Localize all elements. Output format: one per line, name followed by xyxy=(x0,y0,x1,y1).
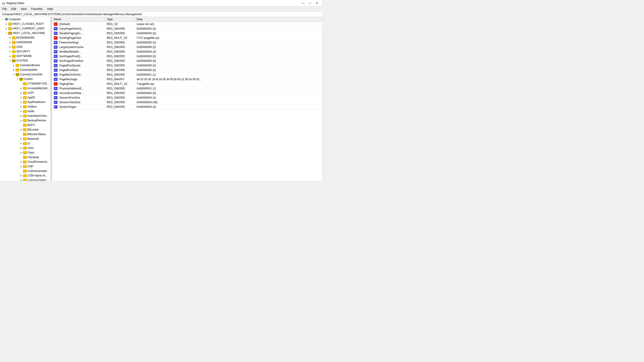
expand-arrow-icon[interactable]: ▶ xyxy=(19,128,23,131)
minimize-button[interactable]: — xyxy=(300,1,306,5)
col-header-data[interactable]: Data xyxy=(135,17,322,21)
maximize-button[interactable]: □ xyxy=(307,1,313,5)
col-header-name[interactable]: Name xyxy=(52,17,105,21)
table-row[interactable]: 01ModifiedWriteM...REG_DWORD0x00000004 (… xyxy=(52,49,322,54)
table-row[interactable]: 01NonPagedPoolSizeREG_DWORD0x00000000 (0… xyxy=(52,59,322,63)
table-row[interactable]: 01ClearPageFileAtS...REG_DWORD0x00000000… xyxy=(52,26,322,31)
expand-arrow-icon[interactable]: ▼ xyxy=(16,77,19,81)
menu-item-file[interactable]: File xyxy=(0,6,9,11)
table-row[interactable]: 01SystemPagesREG_DWORD0x00000000 (0) xyxy=(52,105,322,109)
expand-arrow-icon[interactable]: ▶ xyxy=(19,174,23,177)
table-row[interactable]: 01PhysicalAddressE...REG_DWORD0x00000001… xyxy=(52,86,322,91)
close-button[interactable]: ✕ xyxy=(314,1,320,5)
table-row[interactable]: 01DisablePagingEx...REG_DWORD0x00000000 … xyxy=(52,31,322,36)
expand-arrow-icon[interactable]: ▼ xyxy=(12,73,16,76)
table-row[interactable]: 01NonPagedPoolQ...REG_DWORD0x00000000 (0… xyxy=(52,54,322,59)
tree-item[interactable]: ▶AccessibilitySett... xyxy=(0,86,50,90)
expand-arrow-icon[interactable] xyxy=(19,82,23,85)
table-row[interactable]: 01SessionPoolSizeREG_DWORD0x00000004 (4) xyxy=(52,95,322,100)
tree-item[interactable]: ▶ACPI xyxy=(0,90,50,95)
tree-item[interactable]: ▼CurrentControlSet xyxy=(0,72,50,77)
table-row[interactable]: 01PagedPoolSizeREG_DWORD0x00000000 (0) xyxy=(52,68,322,72)
tree-item[interactable]: ▶BitLocker xyxy=(0,127,50,132)
tree-item[interactable]: ▶Class xyxy=(0,150,50,155)
expand-arrow-icon[interactable]: ▼ xyxy=(1,17,4,21)
tree-item[interactable]: ▶SAM xyxy=(0,44,50,49)
expand-arrow-icon[interactable]: ▼ xyxy=(8,59,12,62)
tree-item[interactable]: ▶Audio xyxy=(0,109,50,113)
table-row[interactable]: abPagingFilesREG_MULTI_SZ?:\pagefile.sys xyxy=(52,82,322,86)
expand-arrow-icon[interactable] xyxy=(19,155,23,159)
tree-item[interactable]: BGFX xyxy=(0,123,50,127)
tree-item[interactable]: ▶AppReadiness xyxy=(0,100,50,104)
tree-item[interactable]: ▼Control xyxy=(0,77,50,81)
expand-arrow-icon[interactable] xyxy=(19,132,23,136)
tree-item[interactable]: ▶COM Name Ar... xyxy=(0,173,50,178)
menu-item-view[interactable]: View xyxy=(18,6,29,11)
expand-arrow-icon[interactable]: ▶ xyxy=(19,91,23,95)
tree-item[interactable]: ▶HKEY_CLASSES_ROOT xyxy=(0,21,50,26)
tree-item[interactable]: BitlockerStatus xyxy=(0,132,50,136)
menu-item-favorites[interactable]: Favorites xyxy=(29,6,45,11)
tree-item[interactable]: Classpnp xyxy=(0,155,50,159)
tree-item[interactable]: ▶HKEY_CURRENT_USER xyxy=(0,26,50,31)
tree-item[interactable]: CoDeviceInstall... xyxy=(0,169,50,173)
expand-arrow-icon[interactable]: ▶ xyxy=(19,137,23,141)
tree-item[interactable]: ▶CloudDomainJo... xyxy=(0,159,50,164)
table-row[interactable]: 01PagefileUsageREG_BINARYa9 02 00 00 18 … xyxy=(52,77,322,82)
table-row[interactable]: 01SessionViewSizeREG_DWORD0x00000030 (48… xyxy=(52,100,322,105)
tree-item[interactable]: ▶Bluetooth xyxy=(0,136,50,141)
expand-arrow-icon[interactable]: ▶ xyxy=(19,165,23,168)
tree-item[interactable]: ▶CMF xyxy=(0,164,50,169)
table-row[interactable]: 01PagedPoolQuotaREG_DWORD0x00000000 (0) xyxy=(52,63,322,68)
expand-arrow-icon[interactable]: ▶ xyxy=(19,160,23,164)
tree-panel[interactable]: ▼💻Computer▶HKEY_CLASSES_ROOT▶HKEY_CURREN… xyxy=(0,17,50,181)
tree-item[interactable]: ▶ActivationBroker xyxy=(0,63,50,67)
tree-item[interactable]: ▶HARDWARE xyxy=(0,40,50,44)
expand-arrow-icon[interactable]: ▶ xyxy=(8,50,12,53)
tree-item[interactable]: ▶CI xyxy=(0,141,50,146)
expand-arrow-icon[interactable]: ▼ xyxy=(4,31,8,35)
tree-item[interactable]: ▶BCD00000000 xyxy=(0,35,50,40)
expand-arrow-icon[interactable]: ▶ xyxy=(19,119,23,122)
table-row[interactable]: 01LargeSystemCacheREG_DWORD0x00000000 (0… xyxy=(52,45,322,49)
expand-arrow-icon[interactable]: ▶ xyxy=(19,96,23,99)
expand-arrow-icon[interactable]: ▶ xyxy=(19,146,23,150)
expand-arrow-icon[interactable]: ▶ xyxy=(19,105,23,108)
expand-arrow-icon[interactable]: ▶ xyxy=(8,54,12,58)
tree-item[interactable]: ▶Citrix xyxy=(0,146,50,150)
tree-item[interactable]: ▶CommonGlobU... xyxy=(0,178,50,181)
expand-arrow-icon[interactable]: ▶ xyxy=(8,36,12,39)
expand-arrow-icon[interactable]: ▶ xyxy=(19,178,23,181)
tree-item[interactable]: ▶SECURITY xyxy=(0,49,50,54)
expand-arrow-icon[interactable]: ▶ xyxy=(19,142,23,145)
expand-arrow-icon[interactable]: ▶ xyxy=(19,151,23,154)
expand-arrow-icon[interactable]: ▶ xyxy=(8,45,12,49)
tree-item[interactable]: ▼HKEY_LOCAL_MACHINE xyxy=(0,31,50,35)
table-row[interactable]: 01SecondLevelData...REG_DWORD0x00000000 … xyxy=(52,91,322,95)
menu-item-edit[interactable]: Edit xyxy=(9,6,18,11)
tree-item[interactable]: ▶AutoAttachVirtu... xyxy=(0,113,50,118)
table-row[interactable]: 01PagefileOnOsVol...REG_DWORD0x00000001 … xyxy=(52,72,322,77)
expand-arrow-icon[interactable]: ▶ xyxy=(4,22,8,26)
expand-arrow-icon[interactable]: ▶ xyxy=(4,27,8,30)
tree-item[interactable]: ▼SYSTEM xyxy=(0,58,50,63)
col-header-type[interactable]: Type xyxy=(105,17,135,21)
expand-arrow-icon[interactable] xyxy=(19,169,23,173)
expand-arrow-icon[interactable]: ▶ xyxy=(8,40,12,44)
tree-item[interactable]: ▶BackupRestore xyxy=(0,118,50,123)
expand-arrow-icon[interactable]: ▶ xyxy=(19,114,23,118)
tree-item[interactable]: ▶Arbiters xyxy=(0,104,50,109)
tree-item[interactable]: ▶SOFTWARE xyxy=(0,54,50,58)
table-row[interactable]: 01FeatureSettingsREG_DWORD0x00000000 (0) xyxy=(52,40,322,45)
tree-item[interactable]: ▶AppID xyxy=(0,95,50,100)
table-row[interactable]: abExistingPageFilesREG_MULTI_SZ\??\C:\pa… xyxy=(52,36,322,40)
menu-item-help[interactable]: Help xyxy=(45,6,55,11)
expand-arrow-icon[interactable]: ▶ xyxy=(19,86,23,90)
expand-arrow-icon[interactable]: ▶ xyxy=(19,100,23,104)
expand-arrow-icon[interactable]: ▶ xyxy=(12,68,16,72)
expand-arrow-icon[interactable]: ▶ xyxy=(19,109,23,113)
tree-item[interactable]: ▼💻Computer xyxy=(0,17,50,21)
table-row[interactable]: ab(Default)REG_SZ(value not set) xyxy=(52,22,322,26)
expand-arrow-icon[interactable]: ▶ xyxy=(12,63,16,67)
